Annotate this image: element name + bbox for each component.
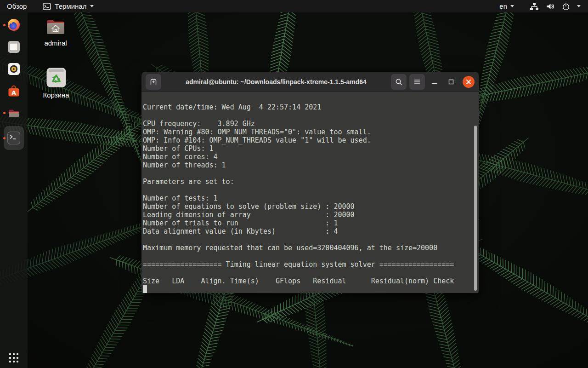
dock-item-firefox[interactable] <box>7 18 20 31</box>
search-icon <box>395 78 403 86</box>
system-menu[interactable] <box>530 2 581 11</box>
activities-button[interactable]: Обзор <box>0 0 34 12</box>
running-indicator <box>3 112 6 114</box>
app-menu-label: Терминал <box>55 2 86 10</box>
network-icon <box>530 2 539 11</box>
close-icon <box>466 79 471 85</box>
minimize-button[interactable] <box>428 74 441 90</box>
dock-item-files[interactable] <box>7 40 20 53</box>
running-indicator <box>3 137 6 139</box>
new-tab-button[interactable] <box>146 74 161 90</box>
desktop-icon-label: admiral <box>35 39 76 47</box>
top-bar: Обзор Терминал en <box>0 0 588 12</box>
show-applications-button[interactable] <box>9 353 18 362</box>
maximize-button[interactable] <box>444 74 458 90</box>
terminal-cursor <box>143 285 147 293</box>
desktop-icon-trash[interactable]: Корзина <box>36 67 76 99</box>
volume-icon <box>546 2 555 11</box>
desktop-icon-label: Корзина <box>36 91 76 99</box>
dock-item-ubuntu-software[interactable]: A <box>7 85 20 98</box>
trash-icon <box>46 67 67 88</box>
dock-item-terminal[interactable] <box>4 126 24 150</box>
desktop-icon-home[interactable]: admiral <box>35 17 76 47</box>
hamburger-menu-icon <box>413 78 421 86</box>
search-button[interactable] <box>391 74 407 90</box>
terminal-app-icon <box>43 3 51 10</box>
svg-text:A: A <box>11 89 16 96</box>
dock-item-file-manager[interactable] <box>7 107 20 120</box>
window-title: admiral@ubuntu: ~/Downloads/linpack-xtre… <box>164 78 388 86</box>
close-button[interactable] <box>463 76 475 88</box>
chevron-down-icon <box>510 5 514 7</box>
files-icon <box>7 40 20 53</box>
chevron-down-icon <box>577 5 581 7</box>
minimize-icon <box>431 78 438 86</box>
menu-button[interactable] <box>409 74 425 90</box>
running-indicator <box>3 24 6 26</box>
maximize-icon <box>447 78 455 86</box>
home-folder-icon <box>45 17 66 36</box>
window-titlebar[interactable]: admiral@ubuntu: ~/Downloads/linpack-xtre… <box>141 72 479 92</box>
language-label: en <box>499 2 507 10</box>
language-selector[interactable]: en <box>499 2 514 10</box>
firefox-icon <box>7 18 20 31</box>
folder-icon <box>7 107 20 120</box>
ubuntu-software-icon: A <box>7 85 20 98</box>
terminal-content-area[interactable]: Current date/time: Wed Aug 4 22:57:14 20… <box>141 92 479 293</box>
terminal-scrollbar[interactable] <box>474 126 477 291</box>
dock: A <box>0 12 28 368</box>
terminal-window: admiral@ubuntu: ~/Downloads/linpack-xtre… <box>141 72 479 293</box>
chevron-down-icon <box>90 5 94 7</box>
topbar-right: en <box>499 2 588 11</box>
app-menu[interactable]: Терминал <box>43 0 94 12</box>
power-icon <box>562 2 570 11</box>
terminal-icon <box>7 131 21 145</box>
new-tab-icon <box>149 78 158 86</box>
dock-item-rhythmbox[interactable] <box>7 63 20 75</box>
rhythmbox-icon <box>7 63 20 75</box>
terminal-output: Current date/time: Wed Aug 4 22:57:14 20… <box>143 95 479 285</box>
